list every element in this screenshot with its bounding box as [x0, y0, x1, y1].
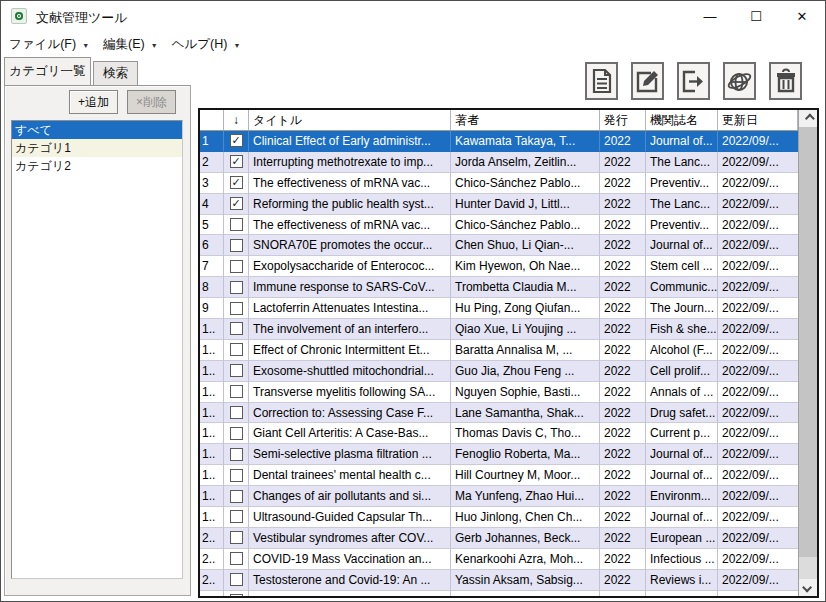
- header-title[interactable]: タイトル: [249, 110, 451, 130]
- cell-updated: 2022/09/...: [718, 382, 798, 403]
- table-row[interactable]: 1..Dental trainees' mental health c...Hi…: [200, 465, 798, 486]
- maximize-button[interactable]: ☐: [733, 1, 779, 31]
- category-list-item[interactable]: カテゴリ2: [12, 157, 182, 175]
- row-checkbox[interactable]: [230, 343, 243, 356]
- row-checkbox[interactable]: [230, 218, 243, 231]
- cell-author: Qiao Xue, Li Youjing ...: [451, 319, 600, 340]
- tab-search[interactable]: 検索: [93, 61, 138, 85]
- header-updated[interactable]: 更新日: [718, 110, 798, 130]
- menu-file[interactable]: ファイル(F) ▼: [9, 36, 89, 53]
- header-author[interactable]: 著者: [451, 110, 600, 130]
- web-button[interactable]: [723, 62, 756, 100]
- close-button[interactable]: ✕: [779, 1, 825, 31]
- table-row[interactable]: 7Exopolysaccharide of Enterococ...Kim Hy…: [200, 256, 798, 277]
- add-category-button[interactable]: +追加: [69, 90, 118, 114]
- new-document-button[interactable]: [585, 62, 618, 100]
- row-checkbox[interactable]: [230, 469, 243, 482]
- row-checkbox[interactable]: [230, 239, 243, 252]
- row-checkbox[interactable]: [230, 448, 243, 461]
- row-checkbox[interactable]: ✓: [230, 197, 243, 210]
- cell-author: Yassin Aksam, Sabsig...: [451, 570, 600, 591]
- table-row[interactable]: 1..Transverse myelitis following SA...Ng…: [200, 382, 798, 403]
- cell-journal: Reviews i...: [646, 570, 718, 591]
- category-listbox[interactable]: すべてカテゴリ1カテゴリ2: [11, 120, 183, 579]
- category-list-item[interactable]: すべて: [12, 121, 182, 139]
- table-row[interactable]: 4✓Reforming the public health syst...Hun…: [200, 194, 798, 215]
- cell-updated: 2022/09/...: [718, 486, 798, 507]
- cell-updated: 2022/09/...: [718, 235, 798, 256]
- row-checkbox[interactable]: [230, 573, 243, 586]
- menu-help[interactable]: ヘルプ(H) ▼: [172, 36, 241, 53]
- cell-journal: Journal of...: [646, 131, 718, 152]
- header-check sort-arrow-icon[interactable]: ↓: [224, 110, 249, 130]
- cell-author: Hu Ping, Zong Qiufan...: [451, 298, 600, 319]
- row-checkbox[interactable]: [230, 427, 243, 440]
- scrollbar-thumb[interactable]: [799, 127, 817, 557]
- cell-updated: 2022/09/...: [718, 340, 798, 361]
- row-checkbox[interactable]: [230, 364, 243, 377]
- table-row[interactable]: 9Lactoferrin Attenuates Intestina...Hu P…: [200, 298, 798, 319]
- cell-journal: Journal of...: [646, 507, 718, 528]
- table-row[interactable]: [200, 591, 798, 596]
- row-checkbox[interactable]: [230, 594, 243, 596]
- row-checkbox[interactable]: [230, 490, 243, 503]
- row-checkbox[interactable]: ✓: [230, 176, 243, 189]
- scroll-down-button[interactable]: [799, 579, 817, 596]
- table-row[interactable]: 2✓Interrupting methotrexate to imp...Jor…: [200, 152, 798, 173]
- table-row[interactable]: 1..Changes of air pollutants and si...Ma…: [200, 486, 798, 507]
- cell-updated: 2022/09/...: [718, 194, 798, 215]
- row-checkbox-cell: [224, 444, 249, 465]
- cell-updated: 2022/09/...: [718, 215, 798, 236]
- row-checkbox[interactable]: [230, 552, 243, 565]
- table-row[interactable]: 5The effectiveness of mRNA vac...Chico-S…: [200, 215, 798, 236]
- row-checkbox[interactable]: [230, 531, 243, 544]
- row-checkbox[interactable]: [230, 406, 243, 419]
- table-row[interactable]: 1..Giant Cell Arteritis: A Case-Bas...Th…: [200, 423, 798, 444]
- tab-category-list[interactable]: カテゴリ一覧: [4, 57, 91, 85]
- table-body: 1✓Clinical Effect of Early administr...K…: [200, 131, 798, 596]
- table-row[interactable]: 1..Correction to: Assessing Case F...Lan…: [200, 403, 798, 424]
- cell-author: Thomas Davis C, Tho...: [451, 423, 600, 444]
- category-panel: +追加 ×削除 すべてカテゴリ1カテゴリ2: [4, 85, 191, 596]
- row-checkbox[interactable]: [230, 260, 243, 273]
- row-checkbox[interactable]: [230, 322, 243, 335]
- header-rownum[interactable]: [200, 110, 224, 130]
- row-checkbox[interactable]: ✓: [230, 134, 243, 147]
- row-checkbox[interactable]: [230, 302, 243, 315]
- table-row[interactable]: 8Immune response to SARS-CoV...Trombetta…: [200, 277, 798, 298]
- table-row[interactable]: 1..Effect of Chronic Intermittent Et...B…: [200, 340, 798, 361]
- header-journal[interactable]: 機関誌名: [646, 110, 718, 130]
- menu-edit[interactable]: 編集(E) ▼: [103, 36, 158, 53]
- table-row[interactable]: 1..The involvement of an interfero...Qia…: [200, 319, 798, 340]
- table-row[interactable]: 1✓Clinical Effect of Early administr...K…: [200, 131, 798, 152]
- scroll-up-button[interactable]: [799, 110, 817, 127]
- chevron-down-icon: ▼: [151, 42, 158, 49]
- row-number: 3: [200, 173, 224, 194]
- delete-button[interactable]: [769, 62, 802, 100]
- export-button[interactable]: [677, 62, 710, 100]
- row-checkbox[interactable]: ✓: [230, 155, 243, 168]
- category-list-item[interactable]: カテゴリ1: [12, 139, 182, 157]
- cell-title: The involvement of an interfero...: [249, 319, 451, 340]
- header-published[interactable]: 発行: [600, 110, 646, 130]
- table-row[interactable]: 1..Semi-selective plasma filtration ...F…: [200, 444, 798, 465]
- row-checkbox-cell: [224, 319, 249, 340]
- cell-year: 2022: [600, 235, 646, 256]
- window-controls: — ☐ ✕: [687, 1, 825, 31]
- table-row[interactable]: 1..Exosome-shuttled mitochondrial...Guo …: [200, 361, 798, 382]
- table-row[interactable]: 2..COVID-19 Mass Vaccination an...Kenark…: [200, 549, 798, 570]
- edit-button[interactable]: [631, 62, 664, 100]
- cell-updated: 2022/09/...: [718, 444, 798, 465]
- row-checkbox[interactable]: [230, 510, 243, 523]
- row-checkbox[interactable]: [230, 385, 243, 398]
- cell-title: Clinical Effect of Early administr...: [249, 131, 451, 152]
- table-row[interactable]: 3✓The effectiveness of mRNA vac...Chico-…: [200, 173, 798, 194]
- table-row[interactable]: 2..Testosterone and Covid-19: An ...Yass…: [200, 570, 798, 591]
- minimize-button[interactable]: —: [687, 1, 733, 31]
- table-row[interactable]: 2..Vestibular syndromes after COV...Gerb…: [200, 528, 798, 549]
- table-row[interactable]: 6SNORA70E promotes the occur...Chen Shuo…: [200, 235, 798, 256]
- table-row[interactable]: 1..Ultrasound-Guided Capsular Th...Huo J…: [200, 507, 798, 528]
- row-checkbox[interactable]: [230, 281, 243, 294]
- vertical-scrollbar[interactable]: [798, 110, 817, 596]
- cell-updated: 2022/09/...: [718, 152, 798, 173]
